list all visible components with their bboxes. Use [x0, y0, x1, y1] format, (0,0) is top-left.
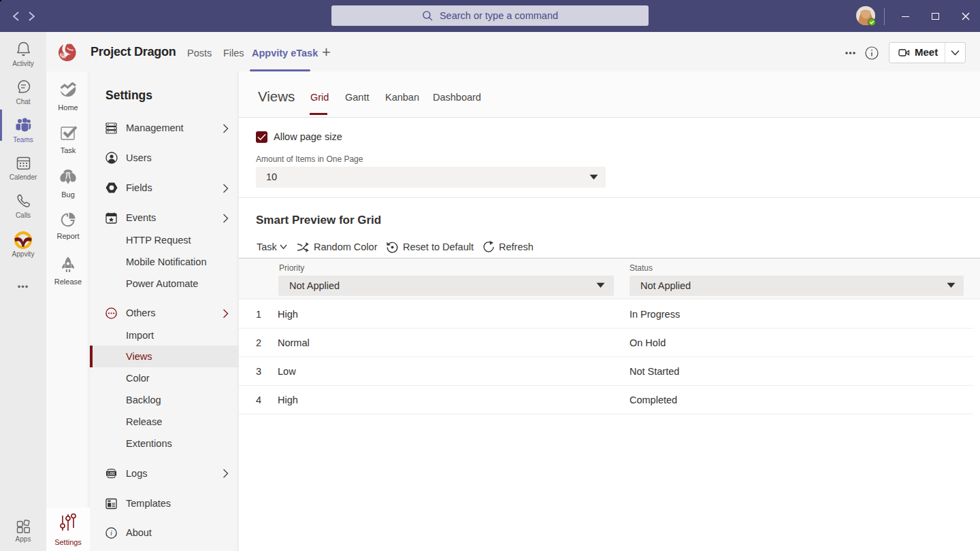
svg-text:i: i [110, 530, 112, 537]
svg-text:LOG: LOG [108, 471, 115, 475]
